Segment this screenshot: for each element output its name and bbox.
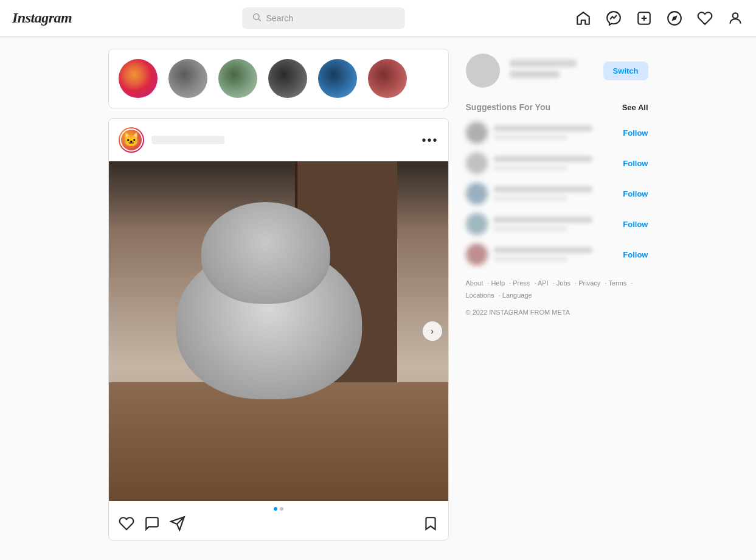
post-actions-left xyxy=(119,516,413,531)
footer-help[interactable]: Help xyxy=(491,279,505,287)
footer-language[interactable]: Language xyxy=(502,292,532,299)
suggestion-text xyxy=(494,217,617,231)
dot-2 xyxy=(280,507,283,511)
follow-button-2[interactable]: Follow xyxy=(623,159,648,168)
footer-press[interactable]: Press xyxy=(513,279,530,287)
header-nav xyxy=(575,10,744,27)
post-avatar-ring[interactable] xyxy=(119,127,144,153)
story-avatar[interactable] xyxy=(168,59,207,98)
next-image-button[interactable]: › xyxy=(423,321,442,341)
suggestion-name xyxy=(494,247,592,253)
suggestions-header: Suggestions For You See All xyxy=(466,102,648,112)
search-bar[interactable] xyxy=(242,7,405,29)
suggestion-sub xyxy=(494,165,568,170)
svg-line-1 xyxy=(258,19,261,21)
footer-locations[interactable]: Locations xyxy=(466,292,494,299)
suggestion-text xyxy=(494,156,617,170)
image-dots xyxy=(109,501,448,513)
suggestion-item: Follow xyxy=(466,243,648,265)
suggestion-avatar xyxy=(466,183,488,205)
suggestion-item: Follow xyxy=(466,183,648,205)
post-actions xyxy=(109,513,448,540)
bookmark-button[interactable] xyxy=(423,516,439,531)
suggestion-name xyxy=(494,156,592,162)
post-avatar xyxy=(121,130,142,150)
story-avatar[interactable] xyxy=(368,59,407,98)
sidebar-avatar xyxy=(466,54,500,88)
activity-icon[interactable] xyxy=(696,10,713,27)
follow-button-1[interactable]: Follow xyxy=(623,128,648,138)
suggestion-sub xyxy=(494,256,568,262)
post-header: ••• xyxy=(109,119,448,161)
suggestion-item: Follow xyxy=(466,213,648,235)
instagram-logo: Instagram xyxy=(12,10,72,26)
feed: ••• › xyxy=(108,49,449,541)
footer-privacy[interactable]: Privacy xyxy=(578,279,600,287)
footer-api[interactable]: API xyxy=(538,279,549,287)
story-avatar[interactable] xyxy=(268,59,307,98)
post-image: › xyxy=(109,161,448,501)
stories-card xyxy=(108,49,449,108)
main-layout: ••• › xyxy=(74,37,682,553)
suggestion-text xyxy=(494,186,617,201)
suggestion-name xyxy=(494,125,592,131)
home-icon[interactable] xyxy=(575,10,592,27)
post-username-wrap xyxy=(151,136,415,144)
post-username xyxy=(151,136,224,144)
footer-jobs[interactable]: Jobs xyxy=(557,279,570,287)
sidebar-profile: Switch xyxy=(466,54,648,88)
suggestion-text xyxy=(494,125,617,140)
dot-1 xyxy=(274,507,277,511)
footer-about[interactable]: About xyxy=(466,279,484,287)
suggestion-name xyxy=(494,217,592,223)
footer-copyright: © 2022 INSTAGRAM FROM META xyxy=(466,307,648,319)
suggestion-sub xyxy=(494,226,568,231)
share-button[interactable] xyxy=(170,516,186,531)
comment-button[interactable] xyxy=(144,516,160,531)
post-more-button[interactable]: ••• xyxy=(421,134,438,146)
suggestion-text xyxy=(494,247,617,262)
suggestion-avatar xyxy=(466,213,488,235)
cat-head xyxy=(201,202,330,304)
search-icon xyxy=(252,12,262,24)
profile-icon[interactable] xyxy=(727,10,744,27)
suggestion-avatar xyxy=(466,243,488,265)
explore-icon[interactable] xyxy=(666,10,683,27)
svg-marker-6 xyxy=(671,15,677,21)
follow-button-4[interactable]: Follow xyxy=(623,220,648,229)
suggestion-sub xyxy=(494,135,568,140)
footer-links: About · Help · Press · API · Jobs · Priv… xyxy=(466,278,648,318)
floor-element xyxy=(109,382,448,501)
suggestions-title: Suggestions For You xyxy=(466,102,551,112)
create-icon[interactable] xyxy=(636,10,653,27)
svg-point-7 xyxy=(733,13,738,18)
post-cat-image xyxy=(109,161,448,501)
suggestion-sub xyxy=(494,195,568,201)
suggestion-item: Follow xyxy=(466,152,648,174)
story-avatar[interactable] xyxy=(218,59,257,98)
sidebar: Switch Suggestions For You See All Follo… xyxy=(466,49,648,541)
sidebar-profile-text xyxy=(510,60,594,82)
like-button[interactable] xyxy=(119,516,134,531)
switch-button[interactable]: Switch xyxy=(603,61,648,80)
header: Instagram xyxy=(0,0,756,37)
story-avatar[interactable] xyxy=(318,59,357,98)
suggestion-avatar xyxy=(466,152,488,174)
follow-button-3[interactable]: Follow xyxy=(623,189,648,198)
profile-handle-blurred xyxy=(510,71,560,78)
profile-name-blurred xyxy=(510,60,577,67)
see-all-button[interactable]: See All xyxy=(622,103,648,112)
post-card: ••• › xyxy=(108,118,449,541)
messenger-icon[interactable] xyxy=(605,10,622,27)
suggestion-item: Follow xyxy=(466,122,648,144)
story-avatar[interactable] xyxy=(119,59,158,98)
svg-point-0 xyxy=(253,13,258,19)
suggestion-name xyxy=(494,186,592,192)
follow-button-5[interactable]: Follow xyxy=(623,250,648,259)
suggestion-avatar xyxy=(466,122,488,144)
search-input[interactable] xyxy=(266,13,395,23)
footer-terms[interactable]: Terms xyxy=(608,279,626,287)
